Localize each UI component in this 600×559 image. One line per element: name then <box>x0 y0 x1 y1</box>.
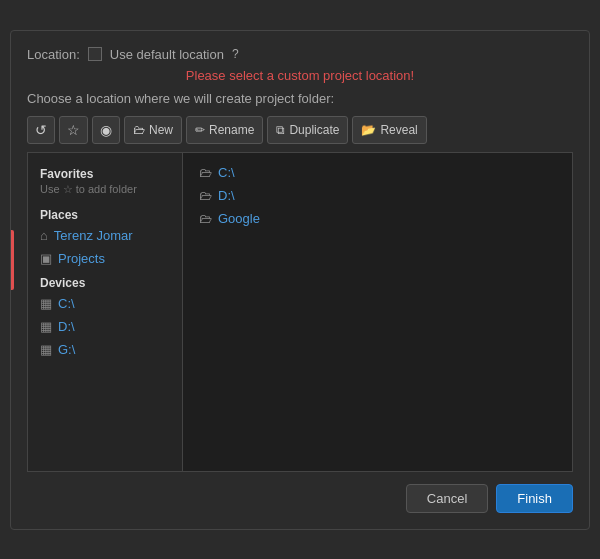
file-list-item[interactable]: 🗁 C:\ <box>195 161 560 184</box>
file-name: D:\ <box>218 188 235 203</box>
rename-icon: ✏ <box>195 123 205 137</box>
sidebar-item-label: Projects <box>58 251 105 266</box>
eye-button[interactable]: ◉ <box>92 116 120 144</box>
new-folder-icon: 🗁 <box>133 123 145 137</box>
drive-icon: ▦ <box>40 342 52 357</box>
instruction-text: Choose a location where we will create p… <box>27 91 573 106</box>
refresh-button[interactable]: ↺ <box>27 116 55 144</box>
location-row: Location: Use default location ? <box>27 47 573 62</box>
sidebar-item-terenz-jomar[interactable]: ⌂ Terenz Jomar <box>28 224 182 247</box>
reveal-button[interactable]: 📂 Reveal <box>352 116 426 144</box>
new-button[interactable]: 🗁 New <box>124 116 182 144</box>
duplicate-button[interactable]: ⧉ Duplicate <box>267 116 348 144</box>
file-toolbar: ↺ ☆ ◉ 🗁 New ✏ Rename ⧉ Duplicate 📂 Revea… <box>27 116 573 144</box>
sidebar-item-label: Terenz Jomar <box>54 228 133 243</box>
sidebar-item-label: D:\ <box>58 319 75 334</box>
favorites-hint: Use ☆ to add folder <box>28 183 182 202</box>
sidebar-item-d-drive[interactable]: ▦ D:\ <box>28 315 182 338</box>
duplicate-label: Duplicate <box>289 123 339 137</box>
file-list: 🗁 C:\ 🗁 D:\ 🗁 Google <box>183 153 572 471</box>
sidebar-item-g-drive[interactable]: ▦ G:\ <box>28 338 182 361</box>
folder-icon: 🗁 <box>199 211 212 226</box>
devices-title: Devices <box>28 270 182 292</box>
drive-icon: ▦ <box>40 319 52 334</box>
file-icon: ▣ <box>40 251 52 266</box>
new-label: New <box>149 123 173 137</box>
file-name: C:\ <box>218 165 235 180</box>
reveal-label: Reveal <box>380 123 417 137</box>
sidebar-item-projects[interactable]: ▣ Projects <box>28 247 182 270</box>
location-label: Location: <box>27 47 80 62</box>
file-sidebar: Favorites Use ☆ to add folder Places ⌂ T… <box>28 153 183 471</box>
help-icon[interactable]: ? <box>232 47 239 61</box>
sidebar-item-c-drive[interactable]: ▦ C:\ <box>28 292 182 315</box>
default-location-text: Use default location <box>110 47 224 62</box>
duplicate-icon: ⧉ <box>276 123 285 137</box>
sidebar-item-label: G:\ <box>58 342 75 357</box>
finish-button[interactable]: Finish <box>496 484 573 513</box>
rename-label: Rename <box>209 123 254 137</box>
cancel-button[interactable]: Cancel <box>406 484 488 513</box>
default-location-checkbox[interactable] <box>88 47 102 61</box>
file-list-item[interactable]: 🗁 Google <box>195 207 560 230</box>
reveal-icon: 📂 <box>361 123 376 137</box>
star-button[interactable]: ☆ <box>59 116 88 144</box>
file-name: Google <box>218 211 260 226</box>
favorites-title: Favorites <box>28 161 182 183</box>
places-title: Places <box>28 202 182 224</box>
drive-icon: ▦ <box>40 296 52 311</box>
folder-icon: 🗁 <box>199 165 212 180</box>
rename-button[interactable]: ✏ Rename <box>186 116 263 144</box>
error-message: Please select a custom project location! <box>27 68 573 83</box>
home-icon: ⌂ <box>40 228 48 243</box>
dialog-footer: Cancel Finish <box>27 484 573 513</box>
file-list-item[interactable]: 🗁 D:\ <box>195 184 560 207</box>
folder-icon: 🗁 <box>199 188 212 203</box>
sidebar-item-label: C:\ <box>58 296 75 311</box>
file-panel: Favorites Use ☆ to add folder Places ⌂ T… <box>27 152 573 472</box>
left-accent <box>11 230 14 290</box>
